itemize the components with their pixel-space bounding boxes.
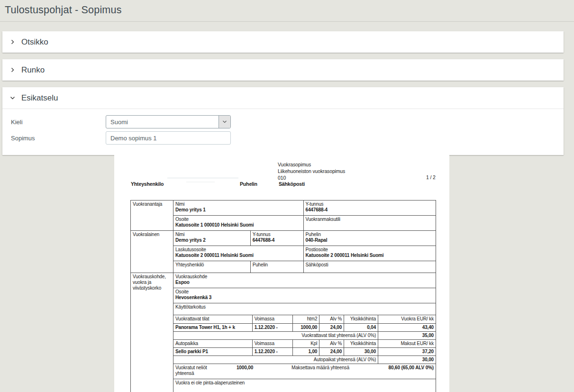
kieli-select[interactable]: Suomi bbox=[106, 115, 231, 128]
doc-cell-tenant-puhelin2: Puhelin bbox=[250, 261, 303, 273]
doc-type: Vuokrasopimus bbox=[278, 161, 345, 168]
table-row: Vuokrattavat tilat yhteensä (ALV 0%) 35,… bbox=[173, 331, 436, 339]
cell-label: Käyttötarkoitus bbox=[175, 304, 434, 310]
table-row: Vuokrattavat tilat Voimassa htm2 Alv % Y… bbox=[131, 315, 436, 364]
cell-label: Osoite bbox=[175, 217, 301, 222]
parking-header-3: Kpl bbox=[293, 339, 319, 347]
chevron-down-icon bbox=[10, 95, 15, 100]
section-label-esikatselu: Esikatselu bbox=[21, 93, 58, 103]
doc-contact-header: Yhteyshenkilo Puhelin Sähköposti bbox=[131, 181, 437, 188]
section-header-esikatselu[interactable]: Esikatselu bbox=[2, 87, 564, 109]
parking-header-5: Yksikköhinta bbox=[344, 339, 378, 347]
table-row: Panorama Tower H1, 1h + k 1.12.2020 - 10… bbox=[173, 323, 436, 331]
doc-cell-landlord-ytunnus: Y-tunnus 6447688-4 bbox=[303, 201, 436, 216]
table-row: Yhteyshenkilö Puhelin Sähköposti bbox=[131, 261, 436, 273]
cell-label: Laskutusosoite bbox=[175, 247, 301, 253]
doc-rent-inner-table: Vuokrattavat tilat Voimassa htm2 Alv % Y… bbox=[173, 315, 436, 364]
cell-label: Vuokranmaksutili bbox=[306, 217, 434, 222]
doc-row-label-property: Vuokrauskohde, vuokra ja viivästyskorko bbox=[131, 273, 173, 392]
parking-cell-6: 37,20 bbox=[378, 347, 436, 356]
parking-cell-1: Sello parkki P1 bbox=[173, 347, 252, 356]
parking-header-4: Alv % bbox=[319, 339, 344, 347]
doc-cell-tenant-nimi: Nimi Demo yritys 2 bbox=[173, 231, 250, 246]
doc-row-label-landlord: Vuokranantaja bbox=[131, 201, 173, 231]
table-row: Vuokrattavat tilat Voimassa htm2 Alv % Y… bbox=[173, 315, 436, 323]
spaces-cell-1: Panorama Tower H1, 1h + k bbox=[173, 323, 252, 331]
faded-logo bbox=[167, 165, 238, 182]
cell-label: Puhelin bbox=[306, 232, 434, 237]
chevron-right-icon bbox=[10, 67, 15, 73]
cell-label: Osoite bbox=[175, 289, 434, 295]
kieli-label: Kieli bbox=[11, 119, 106, 126]
summary-left-label: Vuokratut neliöt yhteensä bbox=[175, 365, 219, 376]
section-card-esikatselu: Esikatselu Kieli Suomi Sopimus bbox=[2, 87, 564, 155]
cell-label: Postiosoite bbox=[306, 247, 434, 253]
chevron-down-icon bbox=[219, 116, 230, 128]
table-row: Vuokranantaja Nimi Demo yritys 1 Y-tunnu… bbox=[131, 201, 436, 216]
cell-value: Espoo bbox=[175, 280, 434, 285]
spaces-subtotal-label: Vuokrattavat tilat yhteensä (ALV 0%) bbox=[173, 331, 378, 339]
parking-cell-2: 1.12.2020 - bbox=[252, 347, 293, 356]
doc-main-table: Vuokranantaja Nimi Demo yritys 1 Y-tunnu… bbox=[130, 200, 436, 392]
table-row: Osoite Hevosenkenkä 3 bbox=[131, 288, 436, 303]
spaces-cell-5: 0,04 bbox=[344, 323, 378, 331]
parking-subtotal-value: 30,00 bbox=[378, 356, 436, 364]
chevron-right-icon bbox=[10, 39, 15, 45]
table-row: Vuokra ei ole pinta-alaperusteinen bbox=[131, 379, 436, 392]
doc-cell-landlord-osoite: Osoite Katuosoite 1 000010 Helsinki Suom… bbox=[173, 216, 303, 231]
section-card-otsikko: Otsikko bbox=[2, 31, 564, 53]
cell-value: 6447688-4 bbox=[306, 207, 434, 213]
spaces-header-1: Vuokrattavat tilat bbox=[173, 315, 252, 323]
table-row: Sello parkki P1 1.12.2020 - 1,00 24,00 3… bbox=[173, 347, 436, 356]
doc-subtype: Liikehuoneiston vuokrasopimus bbox=[278, 168, 345, 174]
doc-page-indicator: 1 / 2 bbox=[426, 174, 436, 180]
doc-contact-col1: Yhteyshenkilo bbox=[131, 181, 164, 187]
table-row: Autopaikat yhteensä (ALV 0%) 30,00 bbox=[173, 356, 436, 364]
kieli-select-value: Suomi bbox=[106, 119, 219, 126]
doc-contact-col2: Puhelin bbox=[240, 181, 257, 187]
cell-value: 040-Rapal bbox=[306, 237, 434, 243]
table-row: Käyttötarkoitus bbox=[131, 303, 436, 315]
cell-label: Nimi bbox=[175, 201, 301, 207]
sections-container: Otsikko Runko Esikatselu Kieli Suomi bbox=[0, 31, 574, 155]
form-row-sopimus: Sopimus bbox=[11, 131, 564, 145]
cell-value: Demo yritys 2 bbox=[175, 237, 248, 243]
doc-cell-tenant-posti: Postiosoite Katuosoite 2 000011 Helsinki… bbox=[303, 246, 436, 261]
doc-cell-tenant-ytunnus: Y-tunnus 6447688-4 bbox=[250, 231, 303, 246]
cell-value: Hevosenkenkä 3 bbox=[175, 295, 434, 301]
doc-cell-property-kohde: Vuokrauskohde Espoo bbox=[173, 273, 436, 288]
parking-header-6: Maksut EUR/ kk bbox=[378, 339, 436, 347]
section-card-runko: Runko bbox=[2, 59, 564, 81]
table-row: Vuokratut neliöt yhteensä 1000,00 Makset… bbox=[131, 364, 436, 379]
spaces-header-4: Alv % bbox=[319, 315, 344, 323]
cell-value: Katuosoite 1 000010 Helsinki Suomi bbox=[175, 222, 301, 228]
summary-left-value: 1000,00 bbox=[237, 365, 253, 371]
section-header-runko[interactable]: Runko bbox=[2, 59, 564, 81]
page-title: Tulostuspohjat - Sopimus bbox=[5, 4, 574, 16]
doc-cell-tenant-laskutus: Laskutusosoite Katuosoite 2 000011 Helsi… bbox=[173, 246, 303, 261]
spaces-cell-3: 1000,00 bbox=[293, 323, 319, 331]
doc-cell-property-osoite: Osoite Hevosenkenkä 3 bbox=[173, 288, 436, 303]
doc-cell-tenant-puhelin: Puhelin 040-Rapal bbox=[303, 231, 436, 246]
spaces-header-3: htm2 bbox=[293, 315, 319, 323]
parking-cell-5: 30,00 bbox=[344, 347, 378, 356]
parking-header-2: Voimassa bbox=[252, 339, 293, 347]
cell-label: Nimi bbox=[175, 232, 248, 237]
table-row: Osoite Katuosoite 1 000010 Helsinki Suom… bbox=[131, 216, 436, 231]
spaces-header-5: Yksikköhinta bbox=[344, 315, 378, 323]
section-header-otsikko[interactable]: Otsikko bbox=[2, 31, 564, 53]
document-preview: Vuokrasopimus Liikehuoneiston vuokrasopi… bbox=[114, 151, 449, 392]
parking-header-1: Autopaikka bbox=[173, 339, 252, 347]
spaces-subtotal-value: 35,00 bbox=[378, 331, 436, 339]
cell-label: Y-tunnus bbox=[306, 201, 434, 207]
doc-cell-tenant-sahkoposti: Sähköposti bbox=[303, 261, 436, 273]
cell-label: Yhteyshenkilö bbox=[175, 262, 248, 268]
doc-number: 010 bbox=[278, 174, 345, 181]
doc-contact-col3: Sähköposti bbox=[279, 181, 305, 187]
doc-rent-tables: Vuokrattavat tilat Voimassa htm2 Alv % Y… bbox=[173, 315, 436, 364]
spaces-cell-4: 24,00 bbox=[319, 323, 344, 331]
sopimus-input[interactable] bbox=[106, 131, 231, 145]
parking-cell-4: 24,00 bbox=[319, 347, 344, 356]
doc-note-row: Vuokra ei ole pinta-alaperusteinen bbox=[173, 379, 436, 392]
doc-summary-row: Vuokratut neliöt yhteensä 1000,00 Makset… bbox=[173, 364, 436, 379]
